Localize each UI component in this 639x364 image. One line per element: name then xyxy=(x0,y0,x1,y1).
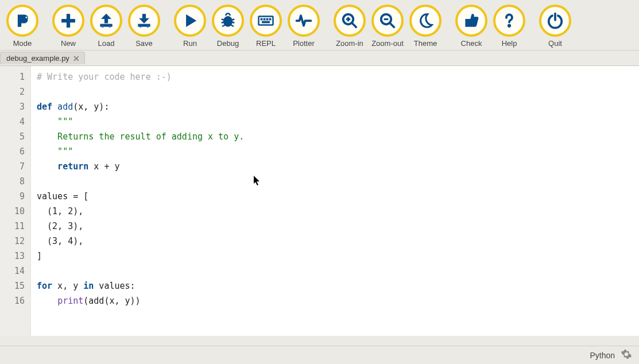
svg-rect-0 xyxy=(25,17,28,19)
code-area[interactable]: # Write your code here :-) def add(x, y)… xyxy=(31,66,639,336)
svg-point-5 xyxy=(140,26,142,28)
mode-label: Mode xyxy=(13,39,32,48)
tab-bar: debug_example.py ✕ xyxy=(0,51,639,65)
new-button[interactable]: New xyxy=(51,3,86,49)
mode-button[interactable]: Mode xyxy=(5,3,40,49)
thumbs-up-icon xyxy=(455,5,487,37)
repl-button[interactable]: REPL xyxy=(248,3,284,49)
svg-point-6 xyxy=(147,26,149,28)
svg-rect-19 xyxy=(262,21,270,23)
repl-label: REPL xyxy=(256,39,276,48)
svg-rect-18 xyxy=(269,18,271,20)
svg-point-3 xyxy=(109,26,111,28)
svg-rect-15 xyxy=(261,18,262,20)
language-indicator[interactable]: Python xyxy=(590,351,615,360)
svg-line-25 xyxy=(390,23,394,28)
run-label: Run xyxy=(183,39,197,48)
svg-line-13 xyxy=(231,25,234,27)
play-icon xyxy=(174,5,206,37)
pulse-icon xyxy=(288,5,320,37)
load-label: Load xyxy=(98,39,115,48)
file-tab[interactable]: debug_example.py ✕ xyxy=(0,52,85,64)
power-icon xyxy=(539,5,571,37)
svg-line-12 xyxy=(233,22,235,23)
close-icon[interactable]: ✕ xyxy=(73,55,80,63)
zoom-in-button[interactable]: Zoom-in xyxy=(332,3,367,49)
svg-line-9 xyxy=(222,22,224,23)
gear-icon[interactable] xyxy=(621,348,632,362)
mouse-cursor-icon xyxy=(254,176,261,186)
upload-icon xyxy=(90,5,122,37)
zoom-out-icon xyxy=(371,5,404,37)
check-button[interactable]: Check xyxy=(454,3,489,49)
svg-rect-16 xyxy=(264,18,265,20)
theme-label: Theme xyxy=(414,39,437,48)
svg-line-10 xyxy=(222,25,225,27)
editor: 1 2 3 4 5 6 7 8 9 10 11 12 13 14 15 16 #… xyxy=(0,65,639,336)
zoom-in-label: Zoom-in xyxy=(336,39,363,48)
load-button[interactable]: Load xyxy=(88,3,124,49)
tab-filename: debug_example.py xyxy=(6,54,69,63)
toolbar: Mode New Load Save Run xyxy=(0,0,639,51)
plotter-button[interactable]: Plotter xyxy=(286,3,322,49)
svg-point-27 xyxy=(508,24,511,27)
svg-line-8 xyxy=(222,20,224,20)
keyboard-icon xyxy=(250,5,282,37)
new-label: New xyxy=(61,39,76,48)
quit-label: Quit xyxy=(548,39,562,48)
save-label: Save xyxy=(135,39,153,48)
moon-icon xyxy=(409,5,442,37)
download-icon xyxy=(128,5,160,37)
line-gutter: 1 2 3 4 5 6 7 8 9 10 11 12 13 14 15 16 xyxy=(0,66,31,336)
help-label: Help xyxy=(502,39,517,48)
plus-icon xyxy=(52,5,84,37)
zoom-out-label: Zoom-out xyxy=(371,39,404,48)
svg-line-21 xyxy=(352,23,357,28)
quit-button[interactable]: Quit xyxy=(537,3,573,49)
svg-point-2 xyxy=(102,26,104,28)
mode-icon xyxy=(6,5,38,37)
debug-label: Debug xyxy=(217,39,239,48)
check-label: Check xyxy=(461,39,482,48)
bug-icon xyxy=(212,5,244,37)
save-button[interactable]: Save xyxy=(126,3,162,49)
debug-button[interactable]: Debug xyxy=(210,3,246,49)
zoom-out-button[interactable]: Zoom-out xyxy=(370,3,405,49)
svg-rect-14 xyxy=(259,17,273,25)
run-button[interactable]: Run xyxy=(172,3,208,49)
plotter-label: Plotter xyxy=(293,39,315,48)
help-button[interactable]: Help xyxy=(491,3,527,49)
svg-line-11 xyxy=(231,20,234,20)
theme-button[interactable]: Theme xyxy=(408,3,443,49)
status-bar: Python xyxy=(0,346,639,364)
question-icon xyxy=(493,5,525,37)
svg-rect-17 xyxy=(266,18,268,20)
zoom-in-icon xyxy=(334,5,366,37)
